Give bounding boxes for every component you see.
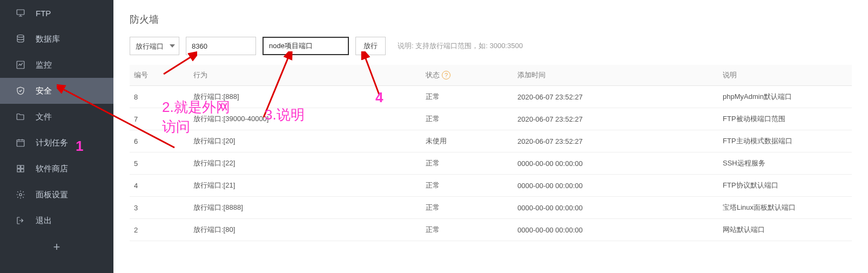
gear-icon [15,189,26,200]
cell-time: 2020-06-07 23:52:27 [513,130,718,152]
open-port-button[interactable]: 放行 [355,37,386,55]
sidebar-item-database[interactable]: 数据库 [0,26,113,52]
table-row: 3放行端口:[8888]正常0000-00-00 00:00:00宝塔Linux… [130,197,852,219]
sidebar-add-button[interactable]: + [0,234,113,261]
sidebar-item-label: FTP [36,9,51,18]
cell-time: 2020-06-07 23:52:27 [513,86,718,108]
cell-action: 放行端口:[20] [189,130,421,152]
cell-desc: FTP主动模式数据端口 [718,130,852,152]
sidebar-item-logout[interactable]: 退出 [0,208,113,234]
sidebar-item-files[interactable]: 文件 [0,104,113,130]
cell-action: 放行端口:[39000-40000] [189,108,421,130]
logout-icon [15,215,26,226]
table-row: 6放行端口:[20]未使用2020-06-07 23:52:27FTP主动模式数… [130,130,852,152]
sidebar-item-label: 计划任务 [36,138,68,148]
cell-time: 2020-06-07 23:52:27 [513,108,718,130]
cell-action: 放行端口:[888] [189,86,421,108]
cell-status: 正常 [421,175,513,197]
ftp-icon [15,8,26,18]
cell-action: 放行端口:[80] [189,219,421,241]
cell-id: 2 [130,219,189,241]
sidebar-item-label: 监控 [36,60,52,70]
cell-desc: 宝塔Linux面板默认端口 [718,197,852,219]
sidebar: FTP 数据库 监控 安全 文件 计划任务 软件商店 面板设置 [0,0,113,273]
sidebar-item-cron[interactable]: 计划任务 [0,130,113,156]
sidebar-item-label: 数据库 [36,34,60,44]
cell-id: 7 [130,108,189,130]
col-action: 行为 [189,65,421,86]
cell-time: 0000-00-00 00:00:00 [513,175,718,197]
sidebar-item-settings[interactable]: 面板设置 [0,182,113,208]
cell-desc: FTP被动模端口范围 [718,108,852,130]
toolbar: 放行端口 放行 说明: 支持放行端口范围，如: 3000:3500 [130,37,852,55]
cell-id: 5 [130,152,189,175]
folder-icon [15,111,26,122]
page-title: 防火墙 [130,0,852,37]
cell-status: 正常 [421,219,513,241]
sidebar-item-label: 安全 [36,86,52,96]
database-icon [15,34,26,44]
svg-rect-5 [21,165,24,168]
cell-action: 放行端口:[21] [189,175,421,197]
cell-time: 0000-00-00 00:00:00 [513,219,718,241]
cell-action: 放行端口:[8888] [189,197,421,219]
sidebar-item-label: 退出 [36,216,52,226]
sidebar-item-label: 面板设置 [36,190,68,200]
cell-id: 8 [130,86,189,108]
col-status: 状态? [421,65,513,86]
cell-desc: phpMyAdmin默认端口 [718,86,852,108]
svg-rect-4 [17,165,20,168]
svg-rect-3 [17,140,24,147]
col-time: 添加时间 [513,65,718,86]
col-id: 编号 [130,65,189,86]
sidebar-item-appstore[interactable]: 软件商店 [0,156,113,182]
col-desc: 说明 [718,65,852,86]
sidebar-item-ftp[interactable]: FTP [0,0,113,26]
cell-desc: FTP协议默认端口 [718,175,852,197]
sidebar-item-security[interactable]: 安全 [0,78,113,104]
sidebar-item-monitor[interactable]: 监控 [0,52,113,78]
calendar-icon [15,137,26,148]
svg-rect-7 [21,169,24,172]
port-action-select-wrap: 放行端口 [130,37,179,55]
help-icon[interactable]: ? [442,71,450,79]
table-row: 5放行端口:[22]正常0000-00-00 00:00:00SSH远程服务 [130,152,852,175]
cell-id: 6 [130,130,189,152]
apps-icon [15,163,26,174]
cell-time: 0000-00-00 00:00:00 [513,152,718,175]
main-content: 防火墙 放行端口 放行 说明: 支持放行端口范围，如: 3000:3500 编号… [113,0,868,273]
shield-icon [15,85,26,96]
cell-id: 3 [130,197,189,219]
svg-point-1 [17,35,24,38]
cell-status: 正常 [421,108,513,130]
port-input[interactable] [186,37,256,55]
cell-status: 正常 [421,197,513,219]
svg-point-8 [19,194,22,196]
port-action-select[interactable]: 放行端口 [130,37,179,55]
rules-table: 编号 行为 状态? 添加时间 说明 8放行端口:[888]正常2020-06-0… [130,65,852,241]
cell-time: 0000-00-00 00:00:00 [513,197,718,219]
sidebar-item-label: 软件商店 [36,164,68,174]
svg-rect-6 [17,169,20,172]
hint-text: 说明: 支持放行端口范围，如: 3000:3500 [398,41,523,51]
table-row: 2放行端口:[80]正常0000-00-00 00:00:00网站默认端口 [130,219,852,241]
cell-status: 未使用 [421,130,513,152]
table-row: 4放行端口:[21]正常0000-00-00 00:00:00FTP协议默认端口 [130,175,852,197]
sidebar-item-label: 文件 [36,112,52,122]
cell-desc: SSH远程服务 [718,152,852,175]
svg-rect-0 [17,10,24,15]
plus-icon: + [53,240,60,254]
description-input[interactable] [263,37,349,55]
cell-status: 正常 [421,86,513,108]
table-header-row: 编号 行为 状态? 添加时间 说明 [130,65,852,86]
table-row: 8放行端口:[888]正常2020-06-07 23:52:27phpMyAdm… [130,86,852,108]
cell-status: 正常 [421,152,513,175]
cell-id: 4 [130,175,189,197]
cell-desc: 网站默认端口 [718,219,852,241]
table-row: 7放行端口:[39000-40000]正常2020-06-07 23:52:27… [130,108,852,130]
monitor-icon [15,59,26,70]
cell-action: 放行端口:[22] [189,152,421,175]
col-status-label: 状态 [426,71,440,79]
